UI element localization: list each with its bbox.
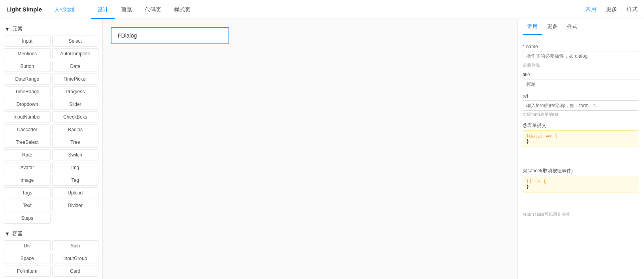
- submit-code-block: (data) => { }: [523, 130, 639, 147]
- ref-hint: 对应form表单的ref: [523, 111, 639, 117]
- right-panel-tab-style[interactable]: 样式: [562, 19, 582, 35]
- sidebar-item-timerange[interactable]: TimeRange: [4, 86, 51, 97]
- containers-section-header[interactable]: ▼ 容器: [0, 227, 102, 239]
- right-panel-tab-more[interactable]: 更多: [542, 19, 562, 35]
- canvas[interactable]: FDialog: [103, 19, 517, 279]
- submit-code-line1: (data) => {: [526, 133, 557, 139]
- right-tab-more[interactable]: 更多: [606, 6, 617, 13]
- name-prop-label: * name: [523, 44, 639, 49]
- tab-preview[interactable]: 预览: [115, 0, 138, 19]
- tab-code[interactable]: 代码页: [138, 0, 168, 19]
- name-label-text: name: [526, 44, 538, 49]
- containers-section-label: 容器: [12, 230, 23, 237]
- app-logo: Light Simple: [6, 6, 42, 13]
- sidebar-item-button[interactable]: Button: [4, 61, 51, 72]
- sidebar-item-slider[interactable]: Slider: [52, 99, 99, 110]
- sidebar-item-input[interactable]: Input: [4, 36, 51, 47]
- sidebar-item-dropdown[interactable]: Dropdown: [4, 99, 51, 110]
- sidebar-item-mentions[interactable]: Mentions: [4, 48, 51, 59]
- sidebar-item-spin[interactable]: Spin: [52, 240, 99, 251]
- elements-arrow-icon: ▼: [5, 26, 10, 32]
- submit-section-title: @表单提交: [523, 122, 639, 129]
- sidebar-item-timepicker[interactable]: TimePicker: [52, 74, 99, 85]
- right-panel: 常用 更多 样式 * name 必要属性 title ref 对应form表单的…: [517, 19, 644, 279]
- doc-link[interactable]: 文档地址: [55, 6, 75, 13]
- sidebar-item-image[interactable]: Image: [4, 175, 51, 186]
- containers-grid: Div Spin Space InputGroup FormItem Card: [0, 239, 102, 279]
- cancel-section-title: @cancel(取消按钮事件): [523, 168, 639, 174]
- sidebar-item-rate[interactable]: Rate: [4, 149, 51, 160]
- right-tab-style[interactable]: 样式: [627, 6, 638, 13]
- sidebar-item-tags[interactable]: Tags: [4, 187, 51, 198]
- sidebar-item-select[interactable]: Select: [52, 36, 99, 47]
- sidebar-item-radios[interactable]: Radios: [52, 124, 99, 135]
- right-tab-common[interactable]: 常用: [585, 6, 597, 13]
- cancel-code-line1: () => {: [526, 179, 546, 184]
- title-label-text: title: [523, 72, 530, 77]
- fdialog-component[interactable]: FDialog: [111, 27, 229, 44]
- cancel-code-block: () => { }: [523, 176, 639, 192]
- sidebar-item-inputnumber[interactable]: InputNumber: [4, 111, 51, 123]
- right-tabs: 常用 更多 样式: [585, 6, 638, 13]
- sidebar-item-formitem[interactable]: FormItem: [4, 266, 51, 277]
- sidebar-item-card[interactable]: Card: [52, 266, 99, 277]
- sidebar-item-div[interactable]: Div: [4, 240, 51, 251]
- sidebar-item-date[interactable]: Date: [52, 61, 99, 72]
- sidebar-item-tree[interactable]: Tree: [52, 137, 99, 148]
- sidebar-item-tag[interactable]: Tag: [52, 175, 99, 186]
- sidebar-item-text[interactable]: Text: [4, 200, 51, 211]
- sidebar-item-daterange[interactable]: DateRange: [4, 74, 51, 85]
- sidebar-item-steps[interactable]: Steps: [4, 213, 51, 224]
- sidebar: ▼ 元素 Input Select Mentions AutoComplete …: [0, 19, 103, 279]
- bottom-hint: return false可以阻止关闭: [523, 211, 639, 217]
- submit-code-line2: }: [526, 139, 529, 144]
- sidebar-item-switch[interactable]: Switch: [52, 149, 99, 160]
- sidebar-item-autocomplete[interactable]: AutoComplete: [52, 48, 99, 59]
- sidebar-item-progress[interactable]: Progress: [52, 86, 99, 97]
- sidebar-item-treeselect[interactable]: TreeSelect: [4, 137, 51, 148]
- sidebar-item-upload[interactable]: Upload: [52, 187, 99, 198]
- sidebar-item-inputgroup[interactable]: InputGroup: [52, 253, 99, 264]
- containers-arrow-icon: ▼: [5, 231, 10, 237]
- ref-label-text: ref: [523, 93, 528, 99]
- ref-prop-label: ref: [523, 93, 639, 99]
- required-hint: 必要属性: [523, 62, 639, 68]
- cancel-code-line2: }: [526, 184, 529, 190]
- tab-design[interactable]: 设计: [91, 0, 115, 19]
- name-input[interactable]: [523, 51, 639, 61]
- topbar: Light Simple 文档地址 设计 预览 代码页 样式页 常用 更多 样式: [0, 0, 644, 19]
- right-panel-tabs: 常用 更多 样式: [518, 19, 644, 35]
- main-tabs: 设计 预览 代码页 样式页: [91, 0, 197, 19]
- main-area: ▼ 元素 Input Select Mentions AutoComplete …: [0, 19, 644, 279]
- elements-section-label: 元素: [12, 25, 23, 32]
- sidebar-item-cascader[interactable]: Cascader: [4, 124, 51, 135]
- elements-grid: Input Select Mentions AutoComplete Butto…: [0, 34, 102, 227]
- elements-section-header[interactable]: ▼ 元素: [0, 22, 102, 34]
- sidebar-item-img[interactable]: Img: [52, 162, 99, 173]
- ref-input[interactable]: [523, 100, 639, 111]
- sidebar-item-divider[interactable]: Divider: [52, 200, 99, 211]
- title-input[interactable]: [523, 79, 639, 89]
- sidebar-item-space[interactable]: Space: [4, 253, 51, 264]
- right-panel-tab-common[interactable]: 常用: [523, 19, 542, 35]
- sidebar-item-avatar[interactable]: Avatar: [4, 162, 51, 173]
- title-prop-label: title: [523, 72, 639, 77]
- name-required-star: *: [523, 44, 525, 49]
- right-panel-body: * name 必要属性 title ref 对应form表单的ref @表单提交…: [518, 35, 644, 222]
- tab-style[interactable]: 样式页: [168, 0, 197, 19]
- sidebar-item-checkboxs[interactable]: CheckBoxs: [52, 111, 99, 123]
